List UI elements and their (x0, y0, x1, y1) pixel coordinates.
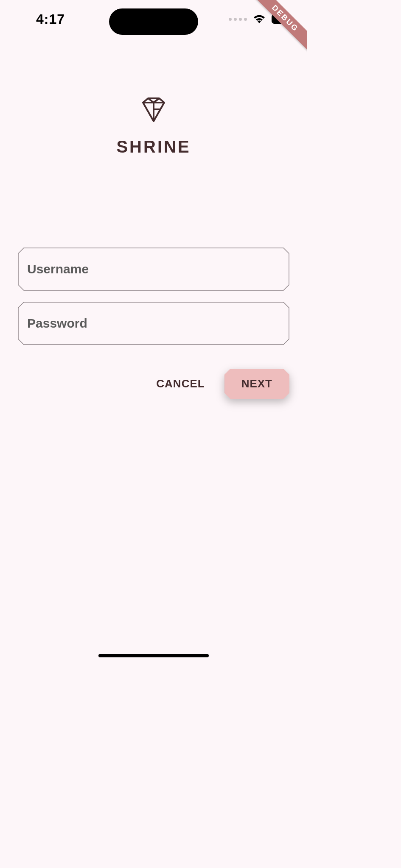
next-button[interactable]: NEXT (224, 369, 289, 399)
cancel-button[interactable]: CANCEL (147, 369, 214, 399)
home-indicator (98, 654, 209, 657)
diamond-icon (141, 97, 166, 123)
password-field-wrapper (18, 302, 289, 345)
status-bar: 4:17 (0, 0, 307, 38)
username-field[interactable] (18, 248, 289, 291)
device-notch (109, 8, 198, 35)
logo-block: SHRINE (18, 97, 289, 156)
login-form: CANCEL NEXT (18, 248, 289, 399)
login-screen: SHRINE CANCEL NEXT (0, 72, 307, 399)
wifi-icon (253, 14, 266, 24)
clock-label: 4:17 (36, 11, 65, 27)
app-name: SHRINE (116, 137, 191, 156)
cellular-dots-icon (229, 18, 247, 21)
button-row: CANCEL NEXT (18, 369, 289, 399)
username-field-wrapper (18, 248, 289, 291)
password-field[interactable] (18, 302, 289, 345)
